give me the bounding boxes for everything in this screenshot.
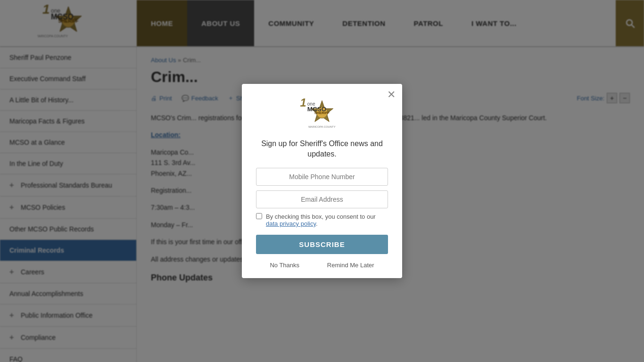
privacy-policy-link[interactable]: data privacy policy xyxy=(266,220,316,227)
svg-text:1: 1 xyxy=(300,98,306,109)
phone-input[interactable] xyxy=(256,168,388,186)
modal-footer: No Thanks Remind Me Later xyxy=(256,262,388,269)
subscribe-button[interactable]: SUBSCRIBE xyxy=(256,235,388,254)
svg-text:MARICOPA COUNTY: MARICOPA COUNTY xyxy=(308,125,335,128)
consent-row: By checking this box, you consent to our… xyxy=(256,213,388,227)
subscription-modal: ✕ SHERIFF 1 one MCSO MARICOPA COUNTY Sig… xyxy=(242,84,402,279)
modal-overlay: ✕ SHERIFF 1 one MCSO MARICOPA COUNTY Sig… xyxy=(0,0,644,362)
svg-text:MCSO: MCSO xyxy=(307,106,327,113)
remind-later-button[interactable]: Remind Me Later xyxy=(327,262,374,269)
consent-checkbox[interactable] xyxy=(256,213,262,219)
email-input[interactable] xyxy=(256,190,388,208)
modal-title: Sign up for Sheriff's Office news and up… xyxy=(256,139,388,160)
modal-logo-image: SHERIFF 1 one MCSO MARICOPA COUNTY xyxy=(296,98,348,131)
modal-close-button[interactable]: ✕ xyxy=(387,90,396,100)
modal-logo: SHERIFF 1 one MCSO MARICOPA COUNTY xyxy=(256,98,388,131)
no-thanks-button[interactable]: No Thanks xyxy=(270,262,299,269)
